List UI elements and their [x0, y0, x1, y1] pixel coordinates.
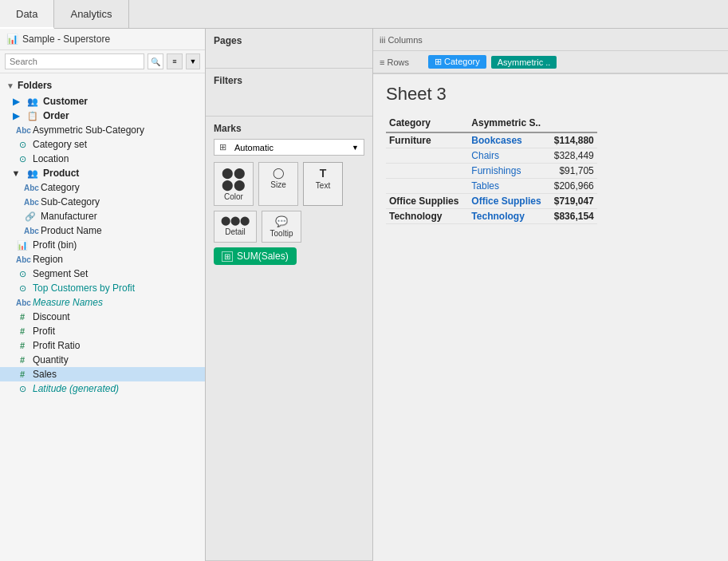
field-sales[interactable]: # Sales	[0, 367, 205, 381]
latitude-label: Latitude (generated)	[33, 383, 119, 394]
field-quantity[interactable]: # Quantity	[0, 353, 205, 367]
rows-pill-category[interactable]: ⊞ Category	[428, 55, 486, 69]
color-button[interactable]: ⬤⬤⬤⬤ Color	[214, 162, 254, 206]
sub-cell-office-supplies[interactable]: Office Supplies	[468, 194, 550, 209]
tooltip-button[interactable]: 💬 Tooltip	[262, 211, 301, 243]
datasource-name[interactable]: Sample - Superstore	[22, 34, 110, 45]
field-profit[interactable]: # Profit	[0, 324, 205, 338]
abc-icon-4: Abc	[24, 227, 37, 235]
marks-title: Marks	[214, 123, 364, 134]
field-sub-category[interactable]: Abc Sub-Category	[0, 195, 205, 209]
rows-pill-asymmetric[interactable]: Asymmetric ..	[491, 56, 557, 69]
marks-dropdown[interactable]: ⊞ Automatic ▼	[214, 139, 364, 156]
abc-icon-5: Abc	[16, 255, 29, 264]
col-header-value	[551, 114, 597, 132]
pages-section: Pages	[206, 29, 372, 69]
top-customers-label: Top Customers by Profit	[33, 282, 135, 294]
tooltip-icon: 💬	[275, 215, 288, 227]
sum-sales-pill[interactable]: ⊞ SUM(Sales)	[214, 247, 297, 265]
category-cell-technology: Technology	[386, 209, 468, 224]
tab-analytics-label: Analytics	[70, 8, 112, 20]
folders-header[interactable]: ▼ Folders	[0, 77, 205, 94]
text-label: Text	[316, 181, 330, 190]
fields-list: ▼ Folders ▶ 👥 Customer ▶ 📋 Order A	[0, 73, 205, 561]
customer-folder-icon: ▶	[10, 97, 22, 107]
left-panel: 📊 Sample - Superstore 🔍 ≡ ▼ ▼ Folders	[0, 29, 206, 561]
sub-cell-bookcases[interactable]: Bookcases	[468, 132, 550, 148]
value-cell-technology: $836,154	[551, 209, 597, 224]
field-latitude[interactable]: ⊙ Latitude (generated)	[0, 381, 205, 396]
hash-icon-5: #	[16, 369, 29, 379]
field-category-set[interactable]: ⊙ Category set	[0, 137, 205, 152]
marks-buttons-row1: ⬤⬤⬤⬤ Color ◯ Size T Text	[214, 162, 364, 206]
order-icon: 📋	[26, 111, 39, 121]
field-measure-names[interactable]: Abc Measure Names	[0, 295, 205, 310]
field-region[interactable]: Abc Region	[0, 252, 205, 267]
app-container: Data Analytics 📊 Sample - Superstore 🔍 ≡…	[0, 0, 728, 561]
sub-cell-chairs[interactable]: Chairs	[468, 148, 550, 164]
search-input[interactable]	[5, 53, 144, 69]
sub-cell-technology[interactable]: Technology	[468, 209, 550, 224]
marks-dropdown-icon: ⊞	[219, 142, 226, 152]
table-row: Tables $206,966	[386, 179, 597, 194]
size-button[interactable]: ◯ Size	[258, 162, 298, 206]
marks-dropdown-label: Automatic	[234, 143, 273, 152]
abc-icon-6: Abc	[16, 298, 29, 307]
asymmetric-sub-category-label: Asymmetric Sub-Category	[33, 124, 144, 136]
order-folder-icon: ▶	[10, 111, 22, 121]
data-table: Category Asymmetric S.. Furniture Bookca…	[386, 114, 597, 224]
group-product[interactable]: ▼ 👥 Product	[0, 166, 205, 180]
customer-icon: 👥	[26, 97, 39, 107]
field-location[interactable]: ⊙ Location	[0, 152, 205, 166]
text-button[interactable]: T Text	[303, 162, 343, 206]
field-profit-bin[interactable]: 📊 Profit (bin)	[0, 238, 205, 252]
datasource-icon: 📊	[6, 34, 18, 45]
sort-dropdown-button[interactable]: ▼	[186, 53, 200, 69]
sub-cell-tables[interactable]: Tables	[468, 179, 550, 194]
main-layout: 📊 Sample - Superstore 🔍 ≡ ▼ ▼ Folders	[0, 29, 728, 561]
field-product-name[interactable]: Abc Product Name	[0, 223, 205, 238]
field-segment-set[interactable]: ⊙ Segment Set	[0, 267, 205, 281]
detail-button[interactable]: ⬤⬤⬤ Detail	[214, 211, 257, 243]
folders-chevron: ▼	[6, 81, 14, 90]
field-discount[interactable]: # Discount	[0, 310, 205, 324]
value-cell-furnishings: $91,705	[551, 164, 597, 179]
group-order[interactable]: ▶ 📋 Order	[0, 109, 205, 123]
field-asymmetric-sub-category[interactable]: Abc Asymmetric Sub-Category	[0, 123, 205, 137]
set-icon-1: ⊙	[16, 140, 29, 150]
category-cell-blank3	[386, 179, 468, 194]
color-icon: ⬤⬤⬤⬤	[222, 167, 246, 191]
set-icon-2: ⊙	[16, 154, 29, 164]
field-top-customers[interactable]: ⊙ Top Customers by Profit	[0, 281, 205, 295]
product-chevron-icon: ▼	[10, 168, 22, 178]
product-folder-icon: 👥	[26, 168, 39, 179]
set-icon-4: ⊙	[16, 283, 29, 294]
list-view-button[interactable]: ≡	[167, 53, 183, 69]
hash-icon-2: #	[16, 326, 29, 336]
filters-title: Filters	[214, 75, 364, 86]
abc-icon-3: Abc	[24, 198, 37, 207]
filters-section: Filters	[206, 69, 372, 117]
marks-dropdown-arrow-icon: ▼	[352, 144, 359, 152]
generated-icon: ⊙	[16, 384, 29, 394]
order-label: Order	[43, 110, 69, 121]
col-header-asymmetric: Asymmetric S..	[468, 114, 550, 132]
abc-icon-2: Abc	[24, 184, 37, 192]
sub-category-label: Sub-Category	[41, 196, 100, 207]
field-manufacturer[interactable]: 🔗 Manufacturer	[0, 209, 205, 223]
group-customer[interactable]: ▶ 👥 Customer	[0, 94, 205, 109]
search-button[interactable]: 🔍	[148, 53, 163, 69]
tab-data[interactable]: Data	[0, 0, 54, 29]
table-row: Furniture Bookcases $114,880	[386, 132, 597, 148]
link-icon: 🔗	[24, 211, 37, 222]
region-label: Region	[33, 254, 63, 265]
product-label: Product	[43, 168, 79, 179]
marks-buttons-row2: ⬤⬤⬤ Detail 💬 Tooltip	[214, 211, 364, 243]
field-profit-ratio[interactable]: # Profit Ratio	[0, 338, 205, 353]
tooltip-label: Tooltip	[270, 229, 293, 238]
field-category[interactable]: Abc Category	[0, 180, 205, 195]
set-icon-3: ⊙	[16, 269, 29, 279]
tab-analytics[interactable]: Analytics	[54, 0, 128, 28]
view-area: Sheet 3 Category Asymmetric S.. Furnitur…	[373, 74, 728, 561]
sub-cell-furnishings[interactable]: Furnishings	[468, 164, 550, 179]
